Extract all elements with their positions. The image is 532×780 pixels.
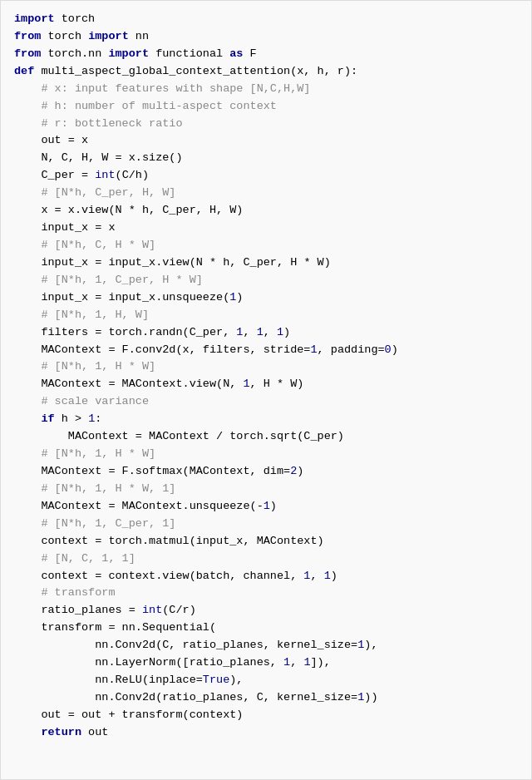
comment4: # [N*h, C_per, H, W] [41,186,175,199]
code-text [14,117,41,130]
code-text: torch [41,30,88,42]
code-text [14,100,41,112]
comment6: # [N*h, 1, C_per, H * W] [41,274,202,286]
code-text: input_x = input_x.view(N [14,256,209,269]
code-content: import torch from torch import nn from t… [14,11,518,742]
keyword-import1: import [14,12,55,25]
comment2: # h: number of multi-aspect context [41,100,277,112]
comment8: # [N*h, 1, H * W] [41,360,155,373]
code-text: F [243,47,256,60]
code-text: MAContext = MAContext.unsqueeze(- [14,500,264,512]
code-text: functional [149,47,229,60]
builtin-int1: int [95,169,115,181]
code-text: torch [55,12,96,25]
code-text: ratio_planes = [14,604,142,616]
code-text: out [81,726,108,738]
builtin-true: True [203,674,229,686]
comment1: # x: input features with shape [N,C,H,W] [41,82,310,95]
code-text: input_x = input_x.unsqueeze( [14,291,229,304]
operator2: * [209,256,216,269]
code-text: x = x.view(N [14,204,129,216]
comment5: # [N*h, C, H * W] [41,239,155,251]
number4: 1 [277,326,283,338]
code-text: , [264,326,277,338]
comment7: # [N*h, 1, H, W] [41,309,149,321]
code-text [81,412,88,425]
number6: 0 [385,343,392,356]
code-text: h, C_per, H [216,256,303,269]
code-text [14,412,41,425]
code-text: MAContext = F.softmax(MAContext, dim= [14,465,290,477]
code-text: filters = torch.randn(C_per, [14,326,236,338]
number14: 1 [283,656,290,669]
comment9: # scale variance [41,395,149,407]
code-text: MAContext = MAContext.view(N, [14,378,243,390]
keyword-import3: import [108,47,149,60]
code-text: , H [250,378,277,390]
keyword-def: def [14,65,34,77]
code-text: h [55,412,75,425]
code-text: , [290,656,303,669]
operator3: * [303,256,310,269]
keyword-as: as [229,47,243,60]
number12: 1 [324,570,331,582]
comment13: # [N, C, 1, 1] [41,552,135,565]
builtin-int2: int [142,604,162,616]
code-text: torch.nn [41,47,108,60]
keyword-if: if [41,412,54,425]
keyword-import2: import [88,30,129,42]
operator4: * [277,378,283,390]
number3: 1 [257,326,264,338]
comment10: # [N*h, 1, H * W] [41,447,155,460]
number10: 1 [264,500,270,512]
number7: 1 [243,378,249,390]
keyword-from1: from [14,30,41,42]
keyword-return: return [41,726,81,738]
code-text: , [310,570,323,582]
code-text: nn [129,30,149,42]
code-text: , [243,326,256,338]
comment11: # [N*h, 1, H * W, 1] [41,482,175,495]
comment12: # [N*h, 1, C_per, 1] [41,517,175,530]
keyword-from2: from [14,47,41,60]
code-text: , padding= [318,343,385,356]
comment14: # transform [41,586,115,599]
number5: 1 [310,343,317,356]
code-text: context = context.view(batch, channel, [14,570,303,582]
comment3: # r: bottleneck ratio [41,117,182,130]
operator5: > [75,412,81,425]
operator1: * [129,204,135,216]
code-editor: import torch from torch import nn from t… [0,0,532,780]
